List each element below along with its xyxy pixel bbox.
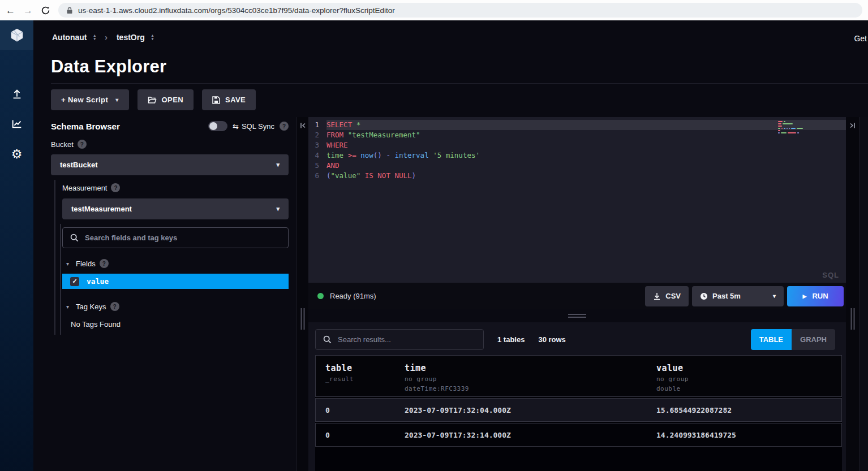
org-switcher[interactable]: testOrg (117, 33, 145, 42)
left-panel-splitter[interactable] (297, 117, 308, 471)
status-text: Ready (91ms) (330, 292, 376, 300)
sql-sync-label: ⇆ SQL Sync (233, 122, 274, 131)
page-title: Data Explorer (51, 57, 166, 77)
promo-link[interactable]: Get (854, 34, 868, 43)
org-caret-icon[interactable]: ▴▾ (152, 34, 154, 41)
code-line: 1SELECT * (308, 120, 846, 130)
code-line: 6("value" IS NOT NULL) (308, 171, 846, 181)
search-icon (323, 335, 332, 344)
table-row: 0 2023-07-09T17:32:04.000Z 15.6854492208… (315, 398, 842, 422)
fields-search-input[interactable]: Search fields and tag keys (62, 227, 289, 248)
save-button[interactable]: SAVE (202, 89, 256, 110)
sql-sync-help-icon[interactable]: ? (280, 122, 289, 131)
influxdb-logo[interactable] (0, 20, 33, 50)
bucket-help-icon[interactable]: ? (78, 140, 87, 149)
editor-minimap[interactable] (778, 121, 803, 135)
save-icon (212, 96, 220, 104)
browser-forward-icon[interactable]: → (23, 6, 33, 15)
status-dot-icon (317, 293, 324, 299)
clock-icon (700, 292, 708, 300)
results-panel: Search results... 1 tables 30 rows TABLE… (308, 322, 846, 471)
account-caret-icon[interactable]: ▴▾ (93, 34, 96, 41)
no-tags-text: No Tags Found (71, 320, 121, 329)
address-bar[interactable]: us-east-1-1.aws.cloud2.influxdata.com/or… (58, 3, 862, 18)
time-range-caret-icon: ▾ (773, 293, 776, 299)
code-line: 4time >= now() - interval '5 minutes' (308, 150, 846, 161)
sql-sync-toggle[interactable] (208, 121, 227, 131)
field-value-label: value (87, 277, 109, 286)
data-explorer-icon[interactable] (0, 114, 33, 133)
left-splitter-handle[interactable] (301, 308, 305, 330)
tables-count: 1 tables (497, 335, 525, 344)
view-mode-switcher: TABLE GRAPH (751, 329, 835, 350)
influxdb-data-explorer: ← → us-east-1-1.aws.cloud2.influxdata.co… (0, 0, 868, 471)
measurement-caret-icon: ▾ (276, 205, 280, 213)
sql-code-editor[interactable]: 1SELECT *2FROM "testMeasurement"3WHERE4t… (308, 117, 846, 283)
download-icon (653, 292, 661, 300)
results-table-header: table _result time no group dateTime:RFC… (315, 355, 842, 397)
script-toolbar: + New Script ▾ OPEN SAVE (51, 89, 256, 110)
measurement-indent-guide (54, 180, 55, 335)
fields-expand-caret-icon[interactable]: ▾ (66, 261, 69, 267)
collapse-right-panel-icon[interactable] (846, 122, 860, 129)
upload-icon[interactable] (0, 85, 33, 104)
view-graph-tab[interactable]: GRAPH (792, 329, 835, 350)
new-script-button[interactable]: + New Script ▾ (51, 89, 129, 110)
schema-browser-title: Schema Browser (51, 122, 120, 131)
tag-keys-help-icon[interactable]: ? (110, 302, 119, 311)
url-text: us-east-1-1.aws.cloud2.influxdata.com/or… (78, 6, 395, 15)
time-range-dropdown[interactable]: Past 5m ▾ (692, 286, 784, 306)
account-switcher[interactable]: Autonaut (52, 33, 87, 42)
breadcrumb: Autonaut ▴▾ › testOrg ▴▾ (52, 32, 153, 42)
play-icon: ▶ (802, 293, 806, 299)
settings-gear-icon[interactable]: ⚙ (0, 144, 33, 163)
code-line: 5AND (308, 161, 846, 171)
code-line: 3WHERE (308, 140, 846, 150)
results-search-input[interactable]: Search results... (315, 329, 484, 350)
view-table-tab[interactable]: TABLE (751, 329, 792, 350)
table-row: 0 2023-07-09T17:32:14.000Z 14.2409931864… (315, 423, 842, 447)
browser-back-icon[interactable]: ← (6, 6, 15, 15)
tag-keys-label: Tag Keys (76, 303, 106, 311)
right-panel-splitter[interactable] (846, 117, 860, 471)
results-table: table _result time no group dateTime:RFC… (315, 355, 842, 471)
field-value-row[interactable]: ✓ value (62, 274, 289, 289)
lock-icon (66, 7, 73, 14)
measurement-label: Measurement (62, 184, 107, 192)
query-status-bar: Ready (91ms) CSV Past 5m ▾ ▶ RUN (308, 283, 846, 309)
right-splitter-handle[interactable] (851, 308, 855, 330)
title-divider (51, 83, 868, 84)
breadcrumb-separator-icon: › (105, 32, 108, 42)
code-lines: 1SELECT *2FROM "testMeasurement"3WHERE4t… (308, 120, 846, 181)
app-sidebar: ⚙ ? (0, 20, 33, 471)
bucket-label: Bucket (51, 140, 74, 149)
code-line: 2FROM "testMeasurement" (308, 130, 846, 140)
browser-chrome: ← → us-east-1-1.aws.cloud2.influxdata.co… (0, 0, 868, 20)
collapsed-right-panel[interactable] (860, 117, 868, 471)
new-script-caret-icon: ▾ (115, 97, 118, 103)
rows-count: 30 rows (538, 335, 565, 344)
tagkeys-expand-caret-icon[interactable]: ▾ (66, 304, 69, 310)
help-icon[interactable]: ? (0, 469, 33, 471)
csv-download-button[interactable]: CSV (645, 286, 689, 306)
field-value-checkbox[interactable]: ✓ (70, 277, 79, 286)
measurement-dropdown[interactable]: testMeasurement ▾ (62, 198, 289, 219)
run-query-button[interactable]: ▶ RUN (787, 286, 844, 306)
bucket-caret-icon: ▾ (276, 161, 280, 168)
fields-indent-guide (60, 224, 61, 335)
bucket-dropdown[interactable]: testBucket ▾ (51, 154, 289, 175)
folder-icon (148, 96, 157, 104)
fields-help-icon[interactable]: ? (100, 259, 109, 268)
browser-reload-icon[interactable] (41, 6, 50, 15)
search-icon (70, 234, 79, 242)
measurement-help-icon[interactable]: ? (111, 183, 120, 192)
fields-label: Fields (76, 260, 96, 268)
results-splitter-handle[interactable] (568, 314, 586, 318)
results-splitter[interactable] (308, 309, 846, 322)
open-button[interactable]: OPEN (137, 89, 194, 110)
sync-arrows-icon: ⇆ (233, 122, 239, 131)
editor-language-badge: SQL (822, 271, 839, 279)
collapse-left-panel-icon[interactable] (297, 122, 308, 129)
